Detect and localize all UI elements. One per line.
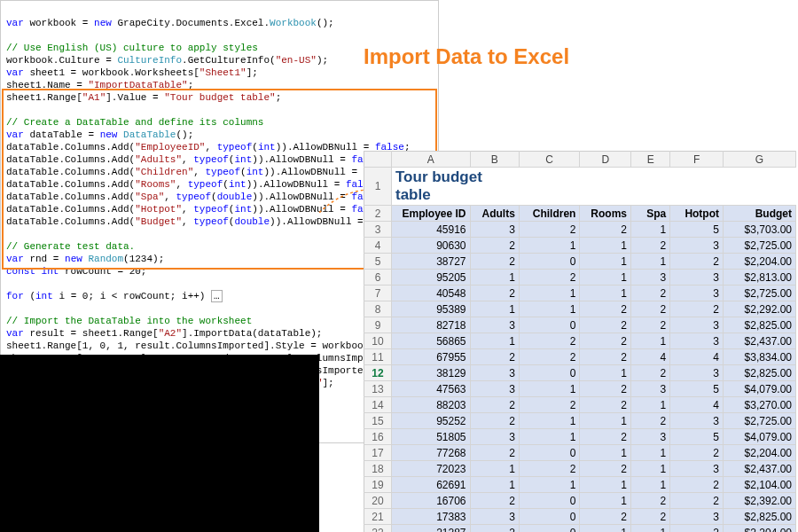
cell[interactable]: 2 [580, 317, 631, 333]
cell[interactable]: 17383 [391, 509, 470, 525]
cell[interactable]: 3 [470, 317, 519, 333]
cell[interactable]: 3 [670, 509, 724, 525]
cell[interactable]: 1 [470, 270, 519, 286]
cell[interactable]: 1 [631, 222, 670, 238]
row-head[interactable]: 12 [364, 365, 392, 381]
cell[interactable]: 1 [580, 477, 631, 493]
cell[interactable]: 2 [580, 333, 631, 349]
cell[interactable]: 2 [580, 429, 631, 445]
expand-icon[interactable]: … [211, 290, 223, 302]
cell[interactable]: 1 [580, 525, 631, 533]
col-header[interactable]: Hotpot [670, 206, 724, 222]
row-head[interactable]: 8 [364, 301, 392, 317]
cell[interactable]: 2 [470, 349, 519, 365]
cell[interactable]: $2,825.00 [724, 317, 796, 333]
cell[interactable]: 0 [519, 317, 580, 333]
cell[interactable]: $2,825.00 [724, 365, 796, 381]
cell[interactable]: 3 [470, 381, 519, 397]
cell[interactable]: $2,204.00 [724, 254, 796, 270]
row-head[interactable]: 14 [364, 397, 392, 413]
cell[interactable]: 1 [470, 301, 519, 317]
cell[interactable]: 1 [580, 254, 631, 270]
col-header[interactable]: Budget [724, 206, 796, 222]
cell[interactable]: 2 [631, 317, 670, 333]
cell[interactable]: 3 [631, 270, 670, 286]
row-head[interactable]: 4 [364, 238, 392, 254]
row-head[interactable]: 5 [364, 254, 392, 270]
cell[interactable]: 2 [580, 301, 631, 317]
cell[interactable]: $2,437.00 [724, 461, 796, 477]
row-head[interactable]: 11 [364, 349, 392, 365]
cell[interactable]: 1 [519, 238, 580, 254]
cell[interactable]: 5 [670, 429, 724, 445]
col-G[interactable]: G [724, 152, 796, 168]
cell[interactable]: $2,825.00 [724, 509, 796, 525]
col-A[interactable]: A [391, 152, 470, 168]
row-head[interactable]: 6 [364, 270, 392, 286]
cell[interactable]: 2 [470, 525, 519, 533]
cell[interactable]: 2 [580, 509, 631, 525]
cell[interactable]: 1 [519, 381, 580, 397]
cell[interactable]: 2 [519, 270, 580, 286]
cell[interactable]: 2 [580, 397, 631, 413]
cell[interactable]: 4 [631, 349, 670, 365]
row-head[interactable]: 7 [364, 286, 392, 301]
cell[interactable]: $2,813.00 [724, 270, 796, 286]
cell[interactable]: 1 [580, 413, 631, 429]
row-head[interactable]: 18 [364, 461, 392, 477]
cell[interactable]: $3,703.00 [724, 222, 796, 238]
row-head[interactable]: 10 [364, 333, 392, 349]
col-header[interactable]: Adults [470, 206, 519, 222]
cell[interactable]: 2 [580, 222, 631, 238]
cell[interactable]: $3,834.00 [724, 349, 796, 365]
cell[interactable]: 3 [631, 429, 670, 445]
cell[interactable]: $2,725.00 [724, 238, 796, 254]
col-C[interactable]: C [519, 152, 580, 168]
cell[interactable]: 5 [670, 381, 724, 397]
cell[interactable]: 40548 [391, 286, 470, 301]
cell[interactable]: 0 [519, 254, 580, 270]
cell[interactable]: 2 [580, 349, 631, 365]
cell[interactable]: 95252 [391, 413, 470, 429]
cell[interactable]: 1 [631, 525, 670, 533]
cell[interactable]: 4 [670, 397, 724, 413]
col-B[interactable]: B [470, 152, 519, 168]
row-head[interactable]: 15 [364, 413, 392, 429]
cell[interactable]: 2 [519, 397, 580, 413]
cell[interactable]: 2 [631, 493, 670, 509]
row-head[interactable]: 3 [364, 222, 392, 238]
col-header[interactable]: Spa [631, 206, 670, 222]
cell[interactable]: 2 [670, 493, 724, 509]
cell[interactable]: 1 [470, 477, 519, 493]
sheet-title[interactable]: Tour budget table [391, 168, 519, 206]
cell[interactable]: 51805 [391, 429, 470, 445]
cell[interactable]: 90630 [391, 238, 470, 254]
cell[interactable]: 1 [631, 397, 670, 413]
cell[interactable]: 2 [519, 333, 580, 349]
cell[interactable]: 3 [670, 286, 724, 301]
cell[interactable]: 95205 [391, 270, 470, 286]
cell[interactable]: 21287 [391, 525, 470, 533]
cell[interactable]: 62691 [391, 477, 470, 493]
col-header[interactable]: Children [519, 206, 580, 222]
row-head[interactable]: 2 [364, 206, 392, 222]
cell[interactable]: 3 [470, 222, 519, 238]
cell[interactable]: 2 [580, 461, 631, 477]
row-head[interactable]: 21 [364, 509, 392, 525]
cell[interactable]: 38727 [391, 254, 470, 270]
cell[interactable]: $2,725.00 [724, 413, 796, 429]
cell[interactable]: 2 [470, 286, 519, 301]
cell[interactable]: 3 [670, 238, 724, 254]
cell[interactable]: 1 [580, 238, 631, 254]
cell[interactable]: $2,104.00 [724, 477, 796, 493]
cell[interactable]: 3 [670, 413, 724, 429]
cell[interactable]: 88203 [391, 397, 470, 413]
cell[interactable]: 2 [631, 365, 670, 381]
cell[interactable]: 0 [519, 445, 580, 461]
cell[interactable]: 95389 [391, 301, 470, 317]
row-head[interactable]: 1 [364, 168, 392, 206]
cell[interactable]: 2 [631, 509, 670, 525]
cell[interactable]: $2,392.00 [724, 493, 796, 509]
cell[interactable]: 3 [670, 333, 724, 349]
row-head[interactable]: 13 [364, 381, 392, 397]
